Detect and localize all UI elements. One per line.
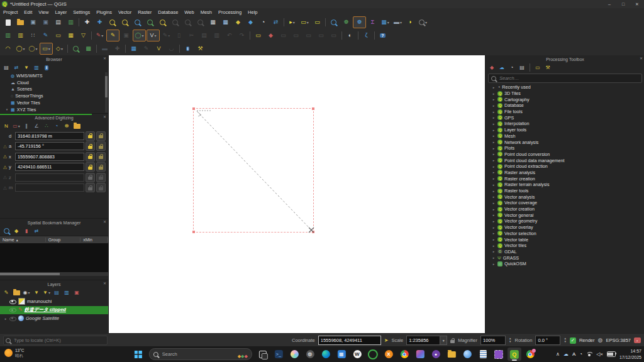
group-expander-icon[interactable]: ▸ bbox=[492, 110, 496, 114]
rotation-input[interactable] bbox=[535, 336, 560, 345]
add-group-button[interactable] bbox=[13, 289, 20, 297]
menu-view[interactable]: View bbox=[35, 9, 52, 15]
processing-group-plots[interactable]: ▸QPlots bbox=[486, 145, 644, 151]
new-geopackage-layer-button[interactable]: ▥ bbox=[2, 30, 14, 41]
filter-legend-button[interactable]: ▼ bbox=[33, 289, 40, 297]
pan-to-selection-button[interactable]: ✚ bbox=[94, 17, 106, 28]
task-view-taskbar-button[interactable] bbox=[256, 348, 270, 361]
repeat-lock-x-button[interactable] bbox=[96, 152, 106, 162]
group-expander-icon[interactable]: ▸ bbox=[492, 85, 496, 89]
vertex-tool-button[interactable]: V▾ bbox=[147, 30, 160, 41]
browser-item-xyz-tiles[interactable]: ▾▦XYZ Tiles bbox=[0, 106, 108, 113]
repeat-lock-d-button[interactable] bbox=[96, 131, 106, 141]
plugin-tools-button[interactable]: ⚒ bbox=[194, 43, 206, 54]
notepad-taskbar-button[interactable] bbox=[476, 348, 490, 361]
battery-tray-button[interactable] bbox=[607, 351, 616, 357]
remove-layer-button[interactable]: ▣ bbox=[73, 289, 80, 297]
processing-group-recently-used[interactable]: ▸◔Recently used bbox=[486, 84, 644, 90]
bookmark-horizontal-scrollbar[interactable] bbox=[0, 272, 108, 276]
draw-regular-polygon-button[interactable]: ◇▾ bbox=[53, 43, 65, 54]
new-virtual-layer-button[interactable]: ✎ bbox=[40, 30, 52, 41]
copilot-taskbar-button[interactable] bbox=[287, 348, 301, 361]
move-label-button[interactable]: ▭ bbox=[315, 30, 327, 41]
guides-folder-button[interactable] bbox=[73, 123, 80, 130]
zoom-next-button[interactable] bbox=[194, 17, 206, 28]
processing-history-button[interactable]: ◔ bbox=[508, 64, 516, 72]
group-expander-icon[interactable]: ▸ bbox=[492, 238, 496, 241]
processing-group-raster-creation[interactable]: ▸QRaster creation bbox=[486, 175, 644, 182]
gps-information-button[interactable]: ▬ bbox=[99, 43, 111, 54]
group-expander-icon[interactable]: ▸ bbox=[492, 213, 496, 217]
browser-item-scenes[interactable]: ▲Scenes bbox=[0, 86, 108, 93]
modify-attributes-button[interactable]: ✎▾ bbox=[160, 30, 172, 41]
open-project-button[interactable] bbox=[14, 17, 26, 28]
menu-help[interactable]: Help bbox=[245, 9, 260, 15]
construction-mode-button[interactable]: ▭▾ bbox=[13, 123, 20, 130]
delete-selected-button[interactable]: ▯ bbox=[173, 30, 185, 41]
map-tips-button[interactable]: ◗ bbox=[404, 17, 416, 28]
grass-tools-button[interactable]: ◐ bbox=[344, 30, 356, 41]
processing-group-vector-tiles[interactable]: ▸QVector tiles bbox=[486, 243, 644, 249]
zoom-native-button[interactable] bbox=[169, 17, 181, 28]
scale-combo[interactable]: 1:235856 ▼ bbox=[406, 336, 447, 345]
group-expander-icon[interactable]: ▸ bbox=[492, 177, 496, 180]
group-expander-icon[interactable]: ▸ bbox=[492, 226, 496, 229]
rotation-spinner[interactable]: ▲▼ bbox=[564, 337, 566, 344]
processing-group-raster-terrain-analysis[interactable]: ▸QRaster terrain analysis bbox=[486, 182, 644, 188]
scale-dropdown-icon[interactable]: ▼ bbox=[440, 336, 447, 345]
digitizing-value-m[interactable] bbox=[15, 184, 84, 192]
processing-group-vector-coverage[interactable]: ▸QVector coverage bbox=[486, 200, 644, 206]
photos-taskbar-button[interactable] bbox=[413, 348, 427, 361]
group-expander-icon[interactable]: ▸ bbox=[492, 140, 496, 144]
toggle-editing-button[interactable]: ✎ bbox=[106, 30, 119, 41]
group-expander-icon[interactable]: ▸ bbox=[492, 250, 496, 253]
layer-visibility-toggle[interactable] bbox=[9, 315, 16, 321]
menu-web[interactable]: Web bbox=[181, 9, 197, 15]
pin-unpin-labels-button[interactable]: ▭ bbox=[290, 30, 302, 41]
group-expander-icon[interactable]: ▸ bbox=[492, 122, 496, 126]
group-expander-icon[interactable]: ▸ bbox=[492, 92, 496, 96]
github-taskbar-button[interactable] bbox=[429, 348, 443, 361]
processing-group-vector-overlay[interactable]: ▸QVector overlay bbox=[486, 224, 644, 231]
store-taskbar-button[interactable] bbox=[335, 348, 348, 361]
processing-group-layer-tools[interactable]: ▸QLayer tools bbox=[486, 127, 644, 133]
statistical-summary-button[interactable]: Σ bbox=[367, 17, 379, 28]
show-layout-manager-button[interactable]: ▥ bbox=[65, 17, 77, 28]
processing-models-button[interactable]: ◆ bbox=[488, 64, 496, 72]
processing-close-icon[interactable]: ✕ bbox=[640, 57, 643, 60]
processing-search-input[interactable] bbox=[498, 75, 639, 82]
group-expander-icon[interactable]: ▸ bbox=[492, 195, 496, 199]
browser-properties-button[interactable]: i bbox=[43, 64, 50, 72]
render-checkbox[interactable]: ✓ bbox=[570, 337, 576, 344]
draw-rectangle-button[interactable]: ▭▾ bbox=[40, 43, 53, 55]
layer-row-marunouchi[interactable]: marunouchi bbox=[0, 297, 108, 306]
processing-group-grass[interactable]: ▸ΨGRASS bbox=[486, 255, 644, 261]
bookmark-column-xmin[interactable]: xMin bbox=[80, 238, 108, 242]
group-expander-icon[interactable]: ▸ bbox=[492, 97, 496, 101]
processing-options-button[interactable]: ⚒ bbox=[544, 64, 552, 72]
scale-lock-icon[interactable] bbox=[450, 338, 455, 343]
taskbar-search-input[interactable] bbox=[161, 351, 235, 358]
perpendicular-constraint-button[interactable]: ∠ bbox=[33, 123, 40, 130]
repeat-lock-m-button[interactable] bbox=[96, 183, 106, 192]
trace-digitizing-button[interactable]: ◡ bbox=[165, 43, 177, 54]
browser-close-icon[interactable]: ✕ bbox=[103, 57, 106, 60]
browser-blue-taskbar-button[interactable] bbox=[460, 348, 474, 361]
group-expander-icon[interactable]: ▸ bbox=[492, 128, 496, 132]
cut-features-button[interactable]: ✂ bbox=[186, 30, 197, 41]
layers-close-icon[interactable]: ✕ bbox=[103, 282, 106, 285]
new-3d-map-view-button[interactable]: ▦ bbox=[219, 17, 231, 28]
processing-group-vector-selection[interactable]: ▸QVector selection bbox=[486, 231, 644, 237]
group-expander-icon[interactable]: ▸ bbox=[492, 116, 496, 119]
paste-features-button[interactable]: ▥ bbox=[211, 30, 223, 41]
digitizing-value-a[interactable]: -45.719156 ° bbox=[15, 142, 84, 150]
volume-muted-tray-button[interactable]: ◁× bbox=[596, 352, 603, 357]
open-layer-styling-button[interactable]: ✎ bbox=[3, 289, 10, 297]
import-export-bookmarks-button[interactable]: ⇄ bbox=[33, 228, 40, 235]
layer-expander-icon[interactable]: ▸ bbox=[4, 317, 8, 321]
processing-group-point-cloud-extraction[interactable]: ▸QPoint cloud extraction bbox=[486, 163, 644, 170]
vertex-editor-button[interactable]: V bbox=[153, 43, 165, 54]
current-edits-button[interactable]: ✎▾ bbox=[94, 30, 106, 41]
advanced-digitizing-close-icon[interactable]: ✕ bbox=[103, 115, 106, 119]
processing-group-gdal[interactable]: ▸GGDAL bbox=[486, 249, 644, 255]
